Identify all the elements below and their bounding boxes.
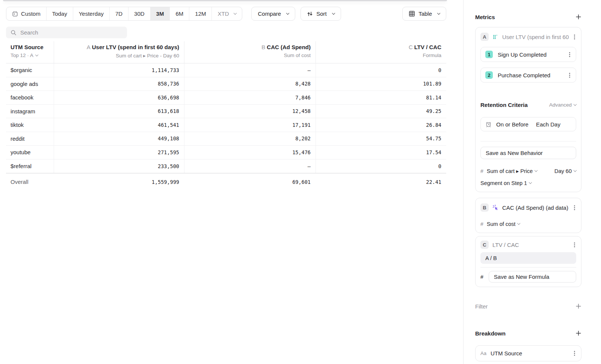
number-property-icon: #	[480, 274, 483, 280]
metric-a-header[interactable]: A User LTV (spend in first 60 da...	[480, 32, 576, 41]
breakdown-item[interactable]: AaUTM Source	[475, 345, 581, 361]
window-dropdown[interactable]: Day 60	[554, 168, 576, 174]
cac-value: 8,428	[184, 77, 316, 91]
date-range-label: 30D	[134, 11, 145, 17]
ltv-value: 233,500	[54, 159, 184, 173]
metric-b-aggregation-row: # Sum of cost	[480, 220, 576, 228]
column-header-cac[interactable]: BCAC (Ad Spend) Sum of cost	[184, 41, 316, 63]
row-label[interactable]: tiktok	[6, 118, 54, 132]
ltv-cac-value: 49.25	[316, 105, 446, 119]
ltv-value: 613,618	[54, 105, 184, 119]
column-header-ltv[interactable]: AUser LTV (spend in first 60 days) Sum o…	[54, 41, 184, 63]
kebab-dot	[574, 351, 575, 352]
ltv-cac-value: 101.89	[316, 77, 446, 91]
date-range-30d[interactable]: 30D	[128, 7, 150, 20]
metric-card-a: A User LTV (spend in first 60 da... 1Sig…	[475, 27, 581, 192]
date-range-12m[interactable]: 12M	[189, 7, 211, 20]
add-filter-button[interactable]	[575, 303, 581, 309]
row-label[interactable]: $organic	[6, 63, 54, 77]
breakdown-label: UTM Source	[491, 350, 522, 356]
column-subtitle: Formula	[320, 53, 441, 58]
row-label[interactable]: google ads	[6, 77, 54, 91]
kebab-dot	[574, 209, 575, 210]
ltv-value: 449,108	[54, 132, 184, 146]
add-metric-button[interactable]	[575, 14, 581, 20]
kebab-dot	[574, 246, 575, 247]
chevron-down-icon	[517, 222, 520, 225]
kebab-menu-icon[interactable]	[573, 34, 576, 40]
kebab-menu-icon[interactable]	[573, 242, 576, 248]
aggregation-dropdown[interactable]: Sum of cost	[487, 221, 520, 227]
cac-value: –	[184, 63, 316, 77]
chevron-down-icon	[234, 11, 237, 14]
add-breakdown-button[interactable]	[575, 330, 581, 336]
row-label[interactable]: youtube	[6, 146, 54, 159]
view-selector-button[interactable]: Table	[402, 7, 446, 21]
sort-button[interactable]: Sort	[300, 7, 341, 21]
row-label[interactable]: reddit	[6, 132, 54, 146]
ltv-cac-value: 0	[316, 63, 446, 77]
aggregation-dropdown[interactable]: Sum of cart ▸ Price	[487, 168, 538, 174]
step-number-badge: 1	[485, 51, 493, 58]
step-label: Purchase Completed	[498, 72, 550, 78]
right-panel: Metrics A User LTV (spend in first 60 da…	[463, 0, 601, 364]
row-dimension-title: UTM Source	[11, 44, 49, 50]
metric-name: User LTV (spend in first 60 da...	[502, 34, 569, 40]
kebab-menu-icon[interactable]	[568, 72, 571, 78]
metric-c-header[interactable]: C LTV / CAC	[480, 241, 576, 249]
segment-dropdown[interactable]: Segment on Step 1	[480, 180, 532, 186]
date-range-yesterday[interactable]: Yesterday	[73, 7, 109, 20]
kebab-menu-icon[interactable]	[573, 205, 576, 211]
kebab-menu-icon[interactable]	[573, 350, 576, 356]
divider	[480, 267, 576, 268]
kebab-dot	[574, 207, 575, 208]
retention-criteria-header: Retention Criteria Advanced	[480, 101, 576, 108]
step-label: Sign Up Completed	[498, 51, 547, 58]
toolbar: CustomTodayYesterday7D30D3M6M12MXTD Comp…	[6, 7, 446, 21]
metrics-header: Metrics	[475, 13, 581, 21]
results-table: UTM Source Top 12 · A AUser LTV (spend i…	[6, 41, 446, 190]
criteria-unit-dropdown[interactable]: Each Day	[536, 121, 560, 128]
sort-label: Sort	[316, 11, 327, 17]
column-header-ltv-cac[interactable]: CLTV / CAC Formula	[316, 41, 446, 63]
kebab-dot	[574, 36, 575, 38]
overall-cac-value: 69,601	[184, 173, 316, 190]
date-range-3m[interactable]: 3M	[150, 7, 170, 20]
kebab-dot	[569, 56, 570, 57]
funnel-step-2[interactable]: 2Purchase Completed	[480, 68, 576, 83]
save-as-new-behavior-button[interactable]: Save as New Behavior	[480, 147, 576, 159]
metric-name: LTV / CAC	[492, 242, 569, 248]
date-range-custom[interactable]: Custom	[6, 7, 46, 20]
cac-value: 7,846	[184, 91, 316, 105]
date-range-6m[interactable]: 6M	[169, 7, 189, 20]
behavior-metric-icon	[492, 34, 498, 40]
metric-b-header[interactable]: B CAC (Ad Spend) (ad data)	[480, 203, 576, 212]
row-dimension-dropdown[interactable]: Top 12 · A	[11, 53, 49, 58]
kebab-menu-icon[interactable]	[568, 51, 571, 58]
row-label[interactable]: facebook	[6, 91, 54, 105]
search-input[interactable]	[20, 29, 122, 36]
kebab-dot	[569, 54, 570, 55]
date-range-xtd[interactable]: XTD	[211, 7, 242, 20]
metric-name: CAC (Ad Spend) (ad data)	[502, 205, 569, 211]
plus-icon	[575, 14, 581, 20]
criteria-condition-dropdown[interactable]: On or Before	[496, 121, 529, 128]
search-icon	[11, 30, 17, 36]
search-box[interactable]	[6, 27, 127, 38]
save-as-new-formula-button[interactable]: Save as New Formula	[489, 271, 576, 283]
kebab-dot	[574, 355, 575, 356]
kebab-dot	[574, 353, 575, 354]
date-range-7d[interactable]: 7D	[109, 7, 128, 20]
formula-input[interactable]: A / B	[480, 252, 576, 264]
date-range-label: XTD	[217, 11, 229, 17]
column-header-utm-source[interactable]: UTM Source Top 12 · A	[6, 41, 54, 63]
compare-label: Compare	[258, 11, 281, 17]
date-range-today[interactable]: Today	[46, 7, 73, 20]
advanced-dropdown[interactable]: Advanced	[549, 102, 576, 108]
date-range-label: 12M	[195, 11, 206, 17]
funnel-step-1[interactable]: 1Sign Up Completed	[480, 47, 576, 62]
breakdown-list: AaUTM Source	[475, 345, 581, 361]
row-label[interactable]: instagram	[6, 105, 54, 119]
row-label[interactable]: $referral	[6, 159, 54, 173]
compare-button[interactable]: Compare	[251, 7, 295, 21]
